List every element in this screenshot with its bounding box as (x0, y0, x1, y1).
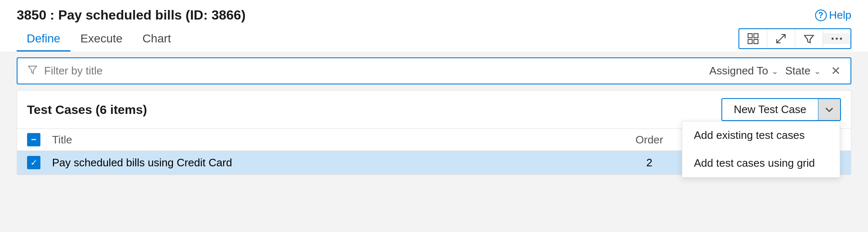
svg-rect-0 (748, 34, 752, 38)
tabs-row: Define Execute Chart (17, 27, 851, 52)
test-cases-title: Test Cases (6 items) (27, 103, 147, 117)
select-all-checkbox[interactable]: − (27, 133, 52, 146)
filter-bar: Assigned To ⌄ State ⌄ ✕ (17, 57, 851, 84)
grid-icon (748, 33, 758, 44)
svg-line-5 (777, 39, 781, 43)
panel-header: Test Cases (6 items) New Test Case Add e… (17, 91, 851, 129)
title-row: 3850 : Pay scheduled bills (ID: 3866) ? … (17, 7, 851, 27)
state-dropdown[interactable]: State ⌄ (785, 64, 821, 77)
minus-checkbox-icon: − (27, 133, 40, 146)
state-chevron: ⌄ (814, 66, 821, 76)
new-test-case-dropdown-menu: Add existing test cases Add test cases u… (682, 121, 840, 178)
tab-define[interactable]: Define (17, 27, 70, 52)
more-icon (831, 37, 842, 40)
help-label: Help (829, 9, 851, 22)
svg-point-6 (832, 37, 834, 39)
svg-line-4 (781, 35, 785, 39)
column-order-header: Order (616, 133, 683, 146)
assigned-to-chevron: ⌄ (771, 66, 778, 76)
new-test-case-dropdown-button[interactable] (818, 99, 840, 120)
filter-icon (803, 33, 814, 44)
new-test-case-button[interactable]: New Test Case (722, 99, 818, 120)
filter-button[interactable] (795, 29, 823, 48)
tabs: Define Execute Chart (17, 27, 181, 52)
filter-right: Assigned To ⌄ State ⌄ ✕ (709, 64, 841, 78)
page-header: 3850 : Pay scheduled bills (ID: 3866) ? … (0, 0, 868, 52)
state-label: State (785, 64, 811, 77)
filter-close-button[interactable]: ✕ (831, 64, 841, 78)
svg-rect-1 (754, 34, 758, 38)
tab-execute[interactable]: Execute (70, 27, 132, 52)
help-circle-icon: ? (815, 10, 827, 21)
help-link[interactable]: ? Help (815, 9, 851, 22)
add-existing-test-cases-item[interactable]: Add existing test cases (682, 121, 840, 149)
svg-rect-3 (754, 39, 758, 44)
page-title: 3850 : Pay scheduled bills (ID: 3866) (17, 7, 246, 23)
column-title-header: Title (52, 133, 616, 146)
grid-view-button[interactable] (739, 29, 767, 48)
add-test-cases-grid-item[interactable]: Add test cases using grid (682, 149, 840, 177)
toolbar-icons (738, 28, 851, 49)
checked-checkbox-icon: ✓ (27, 156, 40, 169)
dropdown-chevron-icon (825, 107, 833, 113)
row-checkbox[interactable]: ✓ (27, 156, 52, 169)
svg-rect-2 (748, 39, 752, 44)
svg-point-8 (840, 37, 842, 39)
more-options-button[interactable] (823, 33, 851, 44)
row-order: 2 (616, 156, 683, 169)
test-cases-panel: Test Cases (6 items) New Test Case Add e… (17, 90, 851, 175)
expand-button[interactable] (767, 29, 795, 48)
filter-funnel-icon (27, 64, 37, 77)
filter-input[interactable] (44, 64, 703, 77)
main-content: Test Cases (6 items) New Test Case Add e… (0, 90, 868, 232)
row-title: Pay scheduled bills using Credit Card (52, 156, 616, 169)
assigned-to-label: Assigned To (709, 64, 768, 77)
filter-bar-container: Assigned To ⌄ State ⌄ ✕ (0, 52, 868, 90)
svg-point-7 (836, 37, 838, 39)
assigned-to-dropdown[interactable]: Assigned To ⌄ (709, 64, 778, 77)
new-test-case-group: New Test Case Add existing test cases (721, 98, 841, 121)
page: 3850 : Pay scheduled bills (ID: 3866) ? … (0, 0, 868, 232)
tab-chart[interactable]: Chart (132, 27, 181, 52)
expand-icon (776, 33, 786, 44)
